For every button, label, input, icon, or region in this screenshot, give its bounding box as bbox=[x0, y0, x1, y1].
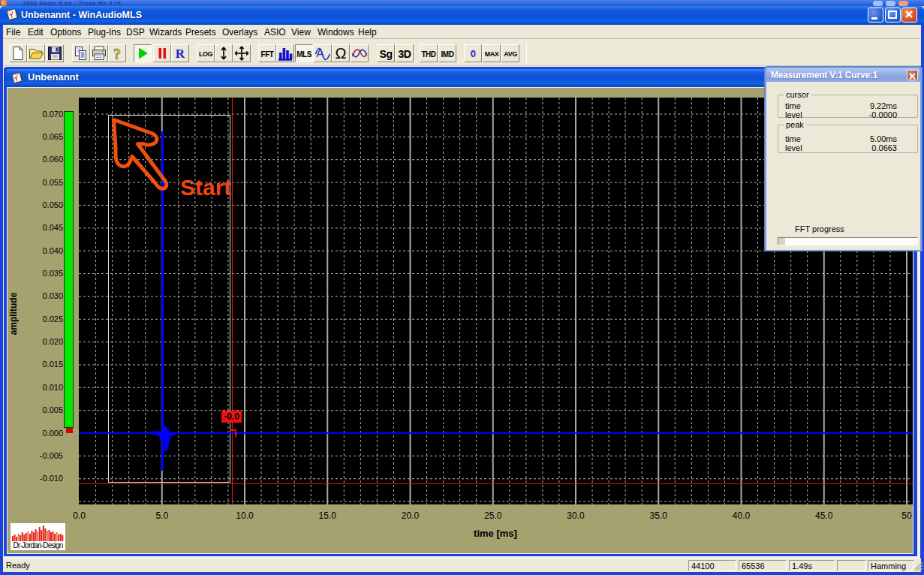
svg-text:?: ? bbox=[113, 46, 121, 62]
